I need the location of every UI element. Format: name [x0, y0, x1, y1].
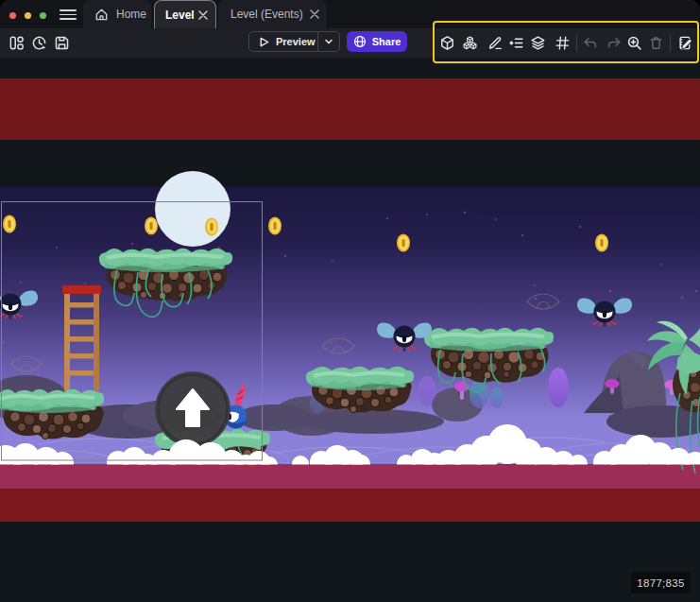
project-manager-icon[interactable] [9, 35, 25, 51]
toolbar: Preview Share [0, 28, 700, 58]
edit-icon[interactable] [487, 35, 504, 51]
share-label: Share [372, 36, 401, 47]
toolbar-divider-2 [670, 34, 671, 52]
save-icon[interactable] [54, 35, 70, 51]
platform-bottom-left[interactable] [0, 389, 104, 439]
zoom-in-icon[interactable] [626, 35, 642, 51]
tab-level-events[interactable]: Level (Events) [218, 0, 327, 28]
preview-dropdown-button[interactable] [317, 32, 339, 51]
red-band-top [0, 78, 700, 140]
preview-label: Preview [276, 36, 316, 47]
chevron-down-icon [324, 37, 333, 46]
layers-icon[interactable] [530, 35, 546, 51]
crimson-band [0, 464, 700, 489]
scene-canvas[interactable] [0, 0, 700, 602]
object-groups-icon[interactable] [462, 35, 478, 51]
globe-icon [353, 35, 367, 48]
moon[interactable] [155, 171, 230, 247]
edit-scene-icon[interactable] [677, 35, 693, 51]
share-button[interactable]: Share [347, 31, 407, 52]
tab-level-label: Level [165, 9, 195, 22]
app-window: Home Level Level (Events) [0, 0, 700, 602]
tab-bar: Home Level Level (Events) [0, 0, 700, 28]
preview-button[interactable]: Preview [248, 31, 340, 52]
maroon-band [0, 489, 700, 522]
tab-home[interactable]: Home [83, 0, 151, 28]
traffic-close-button[interactable] [9, 12, 16, 19]
traffic-fullscreen-button[interactable] [40, 12, 46, 19]
delete-icon[interactable] [648, 35, 664, 51]
tab-level-close-icon[interactable] [198, 10, 208, 20]
coordinates-value: 1877;835 [637, 577, 684, 589]
undo-icon[interactable] [582, 35, 598, 51]
redo-icon[interactable] [606, 35, 623, 51]
tab-level-events-label: Level (Events) [230, 8, 303, 21]
tab-home-label: Home [116, 8, 146, 21]
grid-icon[interactable] [555, 35, 571, 51]
home-icon [94, 8, 109, 22]
objects-icon[interactable] [439, 35, 455, 51]
instances-list-icon[interactable] [508, 35, 524, 51]
toolbar-divider-1 [576, 34, 577, 52]
cursor-coordinates-badge: 1877;835 [631, 572, 691, 593]
play-icon [258, 36, 270, 48]
tab-level[interactable]: Level [154, 0, 216, 28]
tab-level-events-close-icon[interactable] [310, 9, 319, 19]
history-icon[interactable] [31, 35, 47, 51]
main-menu-icon[interactable] [60, 9, 77, 21]
up-arrow-touch-button[interactable] [155, 371, 230, 447]
preview-button-main[interactable]: Preview [249, 32, 317, 51]
traffic-minimize-button[interactable] [25, 12, 31, 19]
